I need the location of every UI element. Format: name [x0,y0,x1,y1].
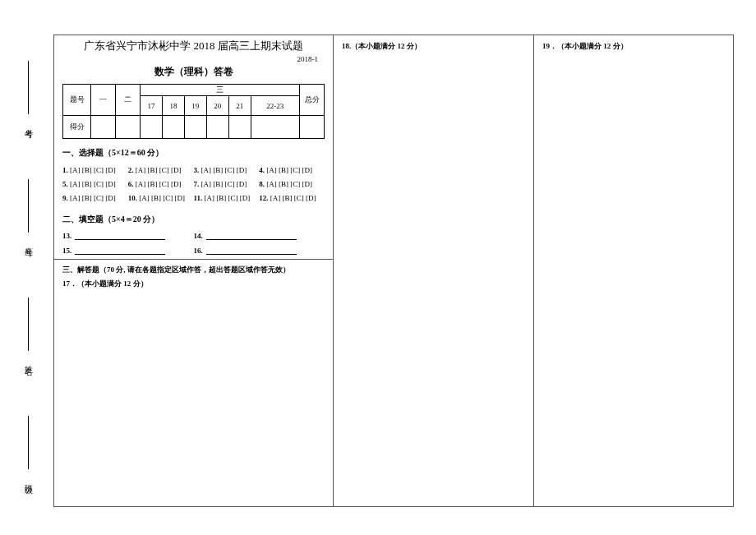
side-line [28,297,29,351]
section2-heading: 二、填空题（5×4＝20 分） [62,214,325,225]
score-cell [228,116,251,139]
blank-num: 14. [194,232,203,240]
q18-heading: 18.（本小题满分 12 分） [342,40,525,52]
q19-heading: 19．（本小题满分 12 分） [542,40,725,52]
score-cell [162,116,184,139]
mc-item: 1. [A] [B] [C] [D] [62,164,128,178]
blank-num: 15. [62,247,71,255]
column-3: 19．（本小题满分 12 分） [534,35,733,506]
mc-opts: [A] [B] [C] [D] [134,166,182,174]
mc-opts: [A] [B] [C] [D] [265,166,312,174]
mc-num: 6. [128,180,134,188]
mc-item: 12. [A] [B] [C] [D] [259,191,325,205]
title-date: 2018-1 [62,55,318,63]
mc-item: 11. [A] [B] [C] [D] [194,191,260,205]
cell-20: 20 [206,96,228,116]
mc-item: 2. [A] [B] [C] [D] [128,164,194,178]
score-cell [116,116,141,139]
cell-three: 三 [141,85,300,96]
cell-17: 17 [141,96,163,116]
mc-item: 4. [A] [B] [C] [D] [259,164,325,178]
side-label-exam-no: 考号 [23,122,35,126]
mc-item: 10. [A] [B] [C] [D] [128,191,194,205]
side-seat-no: 座号 [23,179,35,244]
cell-label-q: 题号 [63,85,91,116]
title-block: 广东省兴宁市沐彬中学 2018 届高三上期末试题 2018-1 数学（理科）答卷 [62,39,325,79]
side-label-class: 班级 [23,477,35,481]
score-cell [300,116,325,139]
cell-21: 21 [228,96,251,116]
score-cell [91,116,116,139]
cell-one: 一 [91,85,116,116]
blank-item: 14. [194,230,325,240]
mc-opts: [A] [B] [C] [D] [68,194,116,202]
score-cell [206,116,228,139]
mc-item: 8. [A] [B] [C] [D] [259,178,325,191]
cell-18: 18 [162,96,184,116]
mc-item: 5. [A] [B] [C] [D] [62,178,128,191]
mc-opts: [A] [B] [C] [D] [68,180,116,188]
cell-22-23: 22-23 [251,96,299,116]
mc-num: 4. [259,166,265,174]
mc-opts: [A] [B] [C] [D] [137,194,185,202]
mc-opts: [A] [B] [C] [D] [68,166,116,174]
section3-box: 三、解答题（70 分, 请在各题指定区域作答，超出答题区域作答无效） 17．（本… [53,259,334,507]
cell-label-s: 得分 [63,116,91,139]
blank-item: 16. [194,245,325,255]
mc-opts: [A] [B] [C] [D] [199,166,247,174]
blank-row: 13.14. [62,230,325,240]
blank-line [206,230,297,240]
score-cell [184,116,206,139]
section1-heading: 一、选择题（5×12＝60 分） [62,147,325,159]
column-2: 18.（本小题满分 12 分） [334,35,534,506]
side-line [28,179,29,233]
score-cell [251,116,299,139]
mc-num: 10. [128,194,137,202]
q17-heading: 17．（本小题满分 12 分） [62,279,325,289]
blank-item: 13. [62,230,194,240]
side-line [28,416,29,469]
mc-num: 8. [259,180,265,188]
mc-num: 1. [62,166,68,174]
mc-num: 9. [62,194,68,202]
blank-row: 15.16. [62,245,325,255]
blank-num: 16. [194,247,203,255]
blank-line [75,245,165,255]
mc-opts: [A] [B] [C] [D] [134,180,182,188]
mc-opts: [A] [B] [C] [D] [199,180,247,188]
sidebar-student-info: 考号 座号 姓名 班级 [10,35,47,507]
mc-opts: [A] [B] [C] [D] [265,180,312,188]
cell-two: 二 [116,85,141,116]
title-main: 广东省兴宁市沐彬中学 2018 届高三上期末试题 [62,39,325,53]
page-frame: 广东省兴宁市沐彬中学 2018 届高三上期末试题 2018-1 数学（理科）答卷… [53,35,734,507]
mc-item: 6. [A] [B] [C] [D] [128,178,194,191]
blank-num: 13. [62,232,71,240]
mc-num: 12. [259,194,268,202]
side-label-seat-no: 座号 [23,241,35,244]
side-exam-no: 考号 [23,61,35,126]
title-sub: 数学（理科）答卷 [62,65,325,79]
cell-total: 总分 [300,85,325,116]
mc-item: 7. [A] [B] [C] [D] [194,178,260,191]
mc-item: 3. [A] [B] [C] [D] [194,164,260,178]
score-cell [141,116,163,139]
cell-19: 19 [184,96,206,116]
side-label-name: 姓名 [23,359,35,362]
mc-num: 11. [194,194,203,202]
mc-opts: [A] [B] [C] [D] [269,194,316,202]
score-table: 题号 一 二 三 总分 17 18 19 20 21 22-23 得分 [62,84,325,139]
section3-heading: 三、解答题（70 分, 请在各题指定区域作答，超出答题区域作答无效） [62,265,325,275]
blank-list: 13.14.15.16. [62,230,325,255]
mc-num: 5. [62,180,68,188]
side-name: 姓名 [23,297,35,362]
blank-item: 15. [62,245,194,255]
side-class: 班级 [23,416,35,481]
side-line [28,61,29,114]
column-1: 广东省兴宁市沐彬中学 2018 届高三上期末试题 2018-1 数学（理科）答卷… [54,35,334,506]
mc-opts: [A] [B] [C] [D] [202,194,250,202]
mc-item: 9. [A] [B] [C] [D] [62,191,128,205]
blank-line [206,245,297,255]
blank-line [75,230,165,240]
mc-list: 1. [A] [B] [C] [D]2. [A] [B] [C] [D]3. [… [62,164,325,205]
mc-num: 2. [128,166,134,174]
